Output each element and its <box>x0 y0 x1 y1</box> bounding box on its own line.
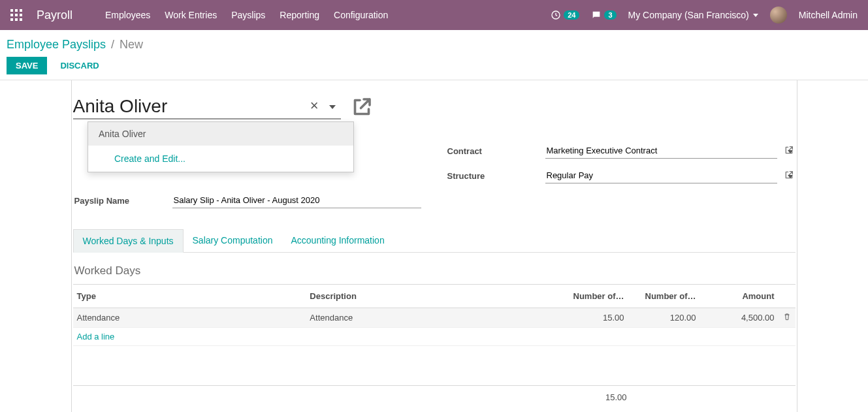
svg-rect-0 <box>10 9 13 12</box>
cell-number-1[interactable]: 15.00 <box>556 308 628 328</box>
svg-rect-2 <box>20 9 22 12</box>
caret-down-icon <box>753 14 758 17</box>
breadcrumb-separator: / <box>111 38 114 52</box>
svg-rect-8 <box>20 18 22 21</box>
col-number-2[interactable]: Number of… <box>628 285 700 308</box>
company-switcher[interactable]: My Company (San Francisco) <box>628 10 758 20</box>
section-worked-days: Worked Days <box>74 264 796 277</box>
table-row[interactable]: Attendance Attendance 15.00 120.00 4,500… <box>73 308 796 328</box>
payslip-name-label: Payslip Name <box>74 196 172 206</box>
chat-icon <box>591 10 602 20</box>
col-type[interactable]: Type <box>73 285 306 308</box>
menu-employees[interactable]: Employees <box>105 10 150 20</box>
tab-salary-computation[interactable]: Salary Computation <box>184 229 282 252</box>
control-panel: Employee Payslips / New SAVE DISCARD <box>0 30 868 80</box>
dropdown-create-edit[interactable]: Create and Edit... <box>88 146 353 172</box>
svg-rect-5 <box>20 14 22 16</box>
structure-label: Structure <box>447 171 545 181</box>
apps-icon[interactable] <box>10 9 22 21</box>
trash-icon[interactable] <box>782 313 792 323</box>
main-menu: Employees Work Entries Payslips Reportin… <box>105 10 551 20</box>
menu-configuration[interactable]: Configuration <box>334 10 388 20</box>
col-number-1[interactable]: Number of… <box>556 285 628 308</box>
cell-number-2[interactable]: 120.00 <box>628 308 700 328</box>
external-link-icon[interactable] <box>784 170 794 182</box>
tab-accounting-information[interactable]: Accounting Information <box>281 229 393 252</box>
company-name: My Company (San Francisco) <box>628 10 749 20</box>
employee-input[interactable] <box>73 95 341 119</box>
menu-payslips[interactable]: Payslips <box>231 10 265 20</box>
table-totals: 15.00 <box>73 385 796 409</box>
cell-description[interactable]: Attendance <box>306 308 556 328</box>
top-navbar: Payroll Employees Work Entries Payslips … <box>0 0 868 30</box>
worked-days-table: Type Description Number of… Number of… A… <box>73 284 796 346</box>
cell-amount[interactable]: 4,500.00 <box>700 308 779 328</box>
external-link-icon[interactable] <box>784 145 794 157</box>
add-line-link[interactable]: Add a line <box>77 332 115 341</box>
svg-rect-3 <box>10 14 13 16</box>
save-button[interactable]: SAVE <box>7 57 47 74</box>
tab-worked-days[interactable]: Worked Days & Inputs <box>73 229 184 253</box>
messages-indicator[interactable]: 3 <box>591 10 616 20</box>
message-badge: 3 <box>604 10 616 20</box>
app-brand[interactable]: Payroll <box>37 8 72 22</box>
dropdown-option[interactable]: Anita Oliver <box>88 122 353 146</box>
svg-rect-1 <box>15 9 18 12</box>
user-name[interactable]: Mitchell Admin <box>799 10 858 20</box>
svg-rect-6 <box>10 18 13 21</box>
contract-input[interactable] <box>545 143 777 159</box>
external-link-icon[interactable] <box>350 95 374 119</box>
menu-reporting[interactable]: Reporting <box>280 10 319 20</box>
employee-dropdown: Anita Oliver Create and Edit... <box>88 121 354 172</box>
activity-badge: 24 <box>564 10 579 20</box>
col-amount[interactable]: Amount <box>700 285 779 308</box>
dropdown-toggle[interactable] <box>329 101 336 111</box>
table-row-add: Add a line <box>73 328 796 346</box>
col-actions <box>779 285 796 308</box>
breadcrumb-parent[interactable]: Employee Payslips <box>7 38 106 52</box>
svg-rect-7 <box>15 18 18 21</box>
tabs: Worked Days & Inputs Salary Computation … <box>73 229 796 253</box>
activities-indicator[interactable]: 24 <box>551 10 579 20</box>
breadcrumb: Employee Payslips / New <box>7 38 858 52</box>
breadcrumb-current: New <box>120 38 143 52</box>
cell-type[interactable]: Attendance <box>73 308 306 328</box>
clock-icon <box>551 10 561 20</box>
clear-icon[interactable]: × <box>310 99 319 113</box>
menu-work-entries[interactable]: Work Entries <box>165 10 217 20</box>
discard-button[interactable]: DISCARD <box>60 61 99 71</box>
payslip-name-input[interactable] <box>172 193 421 208</box>
contract-label: Contract <box>447 146 545 156</box>
structure-input[interactable] <box>545 168 777 183</box>
avatar[interactable] <box>770 7 787 24</box>
total-number-1: 15.00 <box>568 392 627 402</box>
svg-rect-4 <box>15 14 18 16</box>
col-description[interactable]: Description <box>306 285 556 308</box>
